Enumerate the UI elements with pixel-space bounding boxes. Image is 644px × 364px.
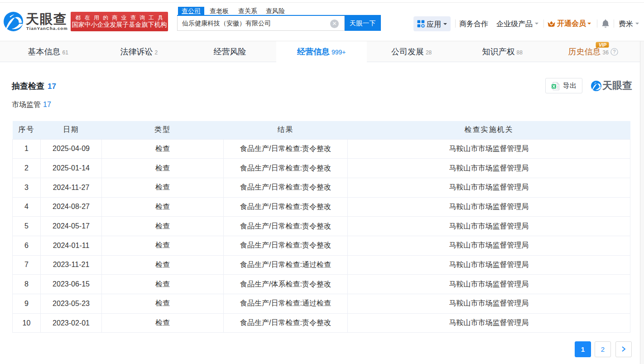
svg-text:?: ? (613, 49, 615, 54)
svg-text:VIP: VIP (599, 42, 607, 48)
